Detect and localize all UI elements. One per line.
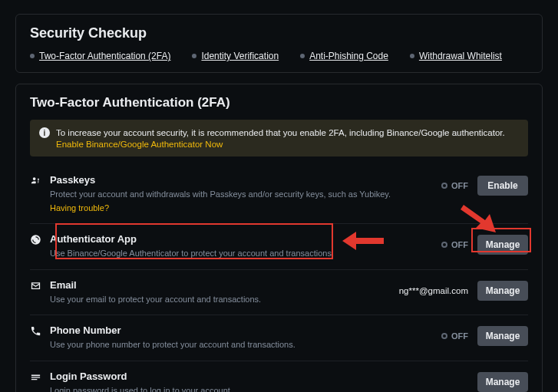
status-badge: OFF [441,240,468,249]
status-off-icon [441,242,447,248]
item-passkeys: Passkeys Protect your account and withdr… [30,164,528,223]
item-title: Authenticator App [50,233,441,245]
authenticator-icon [30,234,42,248]
status-dot-icon [192,54,196,58]
manage-button[interactable]: Manage [477,372,528,392]
enable-authenticator-link[interactable]: Enable Binance/Google Authenticator Now [56,140,519,149]
status-text: OFF [451,331,468,341]
phone-icon [30,325,42,339]
status-off-icon [441,333,447,339]
2fa-section: Two-Factor Authentication (2FA) i To inc… [15,84,543,392]
page-title: Security Checkup [30,25,528,41]
security-checkup-card: Security Checkup Two-Factor Authenticati… [15,14,543,73]
item-desc: Protect your account and withdrawals wit… [50,189,441,200]
item-email: Email Use your email to protect your acc… [30,269,528,315]
tab-label: Anti-Phishing Code [309,51,388,61]
password-icon [30,371,42,385]
tab-anti-phishing[interactable]: Anti-Phishing Code [300,51,388,61]
status-badge: OFF [441,181,468,190]
passkeys-icon [30,175,42,189]
item-authenticator: Authenticator App Use Binance/Google Aut… [30,223,528,268]
status-text: OFF [451,181,468,190]
email-icon [30,280,42,294]
status-badge: OFF [441,331,468,341]
item-desc: Use Binance/Google Authenticator to prot… [50,248,441,259]
status-dot-icon [30,54,35,58]
email-value: ng***@gmail.com [399,286,468,295]
status-dot-icon [300,54,305,58]
item-title: Login Password [50,371,477,382]
item-desc: Use your phone number to protect your ac… [50,339,441,351]
item-desc: Login password is used to log in to your… [50,385,477,392]
tab-identity[interactable]: Identity Verification [192,51,279,61]
item-login-password: Login Password Login password is used to… [30,361,528,392]
checkup-tabs: Two-Factor Authentication (2FA) Identity… [30,51,528,61]
banner-text: To increase your account security, it is… [56,128,505,137]
tab-label: Two-Factor Authentication (2FA) [39,51,170,61]
item-phone: Phone Number Use your phone number to pr… [30,315,528,360]
enable-button[interactable]: Enable [477,176,528,196]
having-trouble-link[interactable]: Having trouble? [50,203,109,212]
info-icon: i [39,127,50,138]
status-off-icon [441,183,447,189]
manage-button[interactable]: Manage [477,281,528,301]
manage-button[interactable]: Manage [477,326,528,346]
item-desc: Use your email to protect your account a… [50,294,399,305]
item-title: Passkeys [50,174,441,186]
status-text: OFF [451,240,468,249]
section-title: Two-Factor Authentication (2FA) [30,95,528,110]
tab-label: Withdrawal Whitelist [419,51,502,61]
tab-withdrawal-whitelist[interactable]: Withdrawal Whitelist [410,51,502,61]
status-dot-icon [410,54,414,58]
item-title: Phone Number [50,324,441,336]
manage-button[interactable]: Manage [477,235,528,255]
security-banner: i To increase your account security, it … [30,120,528,156]
tab-label: Identity Verification [201,51,279,61]
tab-2fa[interactable]: Two-Factor Authentication (2FA) [30,51,170,61]
item-title: Email [50,279,399,291]
